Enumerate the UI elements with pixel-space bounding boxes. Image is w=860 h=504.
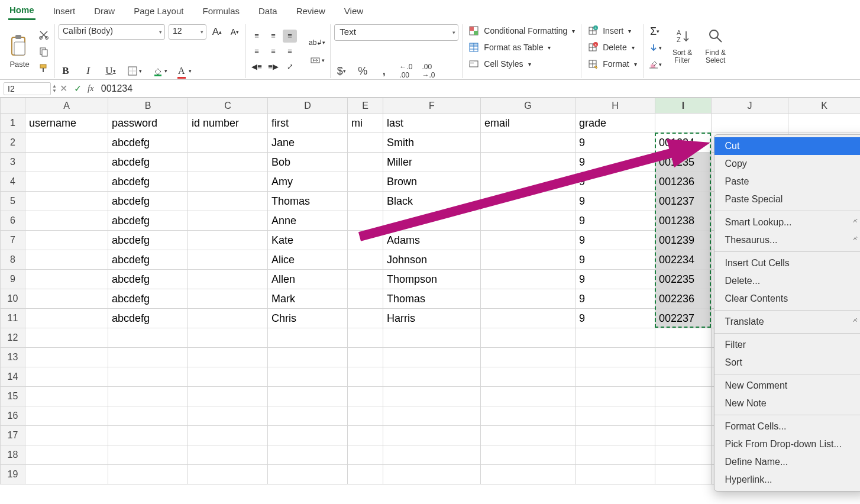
align-middle-icon[interactable]: ≡ (266, 30, 280, 43)
context-menu-pick-from-drop-down-list[interactable]: Pick From Drop-down List... (714, 435, 861, 453)
bold-button[interactable]: B (59, 64, 73, 78)
cell[interactable] (25, 289, 108, 309)
cancel-formula-icon[interactable]: ✕ (57, 83, 71, 94)
cell[interactable] (25, 133, 108, 153)
cell[interactable] (268, 465, 348, 484)
cell[interactable]: 9 (576, 289, 655, 309)
row-header[interactable]: 10 (1, 289, 25, 309)
cell[interactable] (188, 367, 268, 387)
cell[interactable] (188, 309, 268, 328)
cell[interactable]: Amy (268, 172, 348, 192)
ribbon-tab-insert[interactable]: Insert (52, 4, 77, 20)
cell[interactable] (481, 192, 576, 211)
cell[interactable] (576, 328, 655, 348)
cell[interactable] (25, 465, 108, 484)
cell[interactable] (481, 387, 576, 406)
cell[interactable] (25, 445, 108, 465)
cell-styles-button[interactable]: Cell Styles ▾ (466, 57, 577, 70)
cell[interactable] (108, 328, 188, 348)
cell[interactable] (576, 406, 655, 426)
cell[interactable] (108, 348, 188, 367)
cell[interactable] (576, 348, 655, 367)
cell[interactable] (383, 445, 481, 465)
font-name-select[interactable]: Calibri (Body) ▾ (59, 24, 165, 40)
align-left-icon[interactable]: ≡ (250, 45, 264, 58)
align-top-icon[interactable]: ≡ (250, 30, 264, 43)
cell[interactable] (25, 387, 108, 406)
cell[interactable] (108, 465, 188, 484)
cell[interactable] (348, 367, 383, 387)
cell[interactable]: Adams (383, 231, 481, 250)
cell[interactable] (188, 348, 268, 367)
cell[interactable]: 9 (576, 153, 655, 172)
cell[interactable] (481, 153, 576, 172)
context-menu-thesaurus[interactable]: Thesaurus...^ ` (714, 231, 861, 249)
cell[interactable]: 9 (576, 172, 655, 192)
cell[interactable]: abcdefg (108, 211, 188, 231)
format-cells-button[interactable]: Format ▾ (585, 57, 639, 70)
cell[interactable] (481, 328, 576, 348)
cell[interactable] (348, 133, 383, 153)
col-header-J[interactable]: J (712, 98, 788, 114)
sort-filter-icon[interactable]: AZ (673, 24, 692, 48)
context-menu-translate[interactable]: Translate^ ` (714, 313, 861, 331)
row-header[interactable]: 19 (1, 465, 25, 484)
col-header-A[interactable]: A (25, 98, 108, 114)
font-color-button[interactable]: A ▾ (177, 64, 193, 78)
row-header[interactable]: 18 (1, 445, 25, 465)
cell[interactable]: 9 (576, 192, 655, 211)
cell[interactable]: abcdefg (108, 133, 188, 153)
cell[interactable] (576, 426, 655, 445)
cell[interactable] (268, 367, 348, 387)
cell[interactable] (655, 367, 712, 387)
ribbon-tab-page-layout[interactable]: Page Layout (132, 4, 185, 20)
cell[interactable]: Alice (268, 250, 348, 270)
cell[interactable]: Smith (383, 133, 481, 153)
cell[interactable] (576, 367, 655, 387)
cell[interactable] (348, 406, 383, 426)
context-menu-copy[interactable]: Copy (714, 155, 861, 173)
cell[interactable] (383, 367, 481, 387)
cell[interactable] (788, 114, 861, 133)
cell[interactable] (576, 387, 655, 406)
cell[interactable]: 001238 (655, 211, 712, 231)
cell[interactable] (25, 309, 108, 328)
align-right-icon[interactable]: ≡ (283, 45, 297, 58)
context-menu-format-cells[interactable]: Format Cells... (714, 418, 861, 435)
cell[interactable] (712, 114, 788, 133)
ribbon-tab-formulas[interactable]: Formulas (201, 4, 241, 20)
cell[interactable] (188, 465, 268, 484)
cell[interactable]: 001239 (655, 231, 712, 250)
cell[interactable] (25, 328, 108, 348)
comma-style-button[interactable]: , (377, 64, 391, 78)
context-menu-paste-special[interactable]: Paste Special (714, 190, 861, 208)
cell[interactable] (348, 387, 383, 406)
name-box[interactable]: I2 (4, 82, 51, 95)
cell[interactable]: last (383, 114, 481, 133)
cell[interactable] (188, 211, 268, 231)
cell[interactable] (655, 465, 712, 484)
select-all-corner[interactable] (1, 98, 25, 114)
increase-indent-icon[interactable]: ≡▶ (266, 60, 280, 73)
cell[interactable] (25, 172, 108, 192)
fill-icon[interactable]: ▾ (647, 41, 663, 55)
cell[interactable]: 9 (576, 231, 655, 250)
cell[interactable]: 002236 (655, 289, 712, 309)
cell[interactable]: Black (383, 192, 481, 211)
cell[interactable]: abcdefg (108, 231, 188, 250)
number-format-select[interactable]: Text ▾ (334, 24, 458, 41)
row-header[interactable]: 5 (1, 192, 25, 211)
cell[interactable] (655, 387, 712, 406)
cell[interactable] (188, 172, 268, 192)
col-header-D[interactable]: D (268, 98, 348, 114)
cell[interactable] (655, 406, 712, 426)
decrease-decimal-icon[interactable]: .00→.0 (421, 64, 436, 78)
cell[interactable] (576, 445, 655, 465)
context-menu-clear-contents[interactable]: Clear Contents (714, 290, 861, 308)
cell[interactable] (348, 328, 383, 348)
autosum-icon[interactable]: Σ ▾ (647, 24, 663, 38)
row-header[interactable]: 15 (1, 387, 25, 406)
row-header[interactable]: 13 (1, 348, 25, 367)
cell[interactable] (481, 367, 576, 387)
cell[interactable] (108, 445, 188, 465)
